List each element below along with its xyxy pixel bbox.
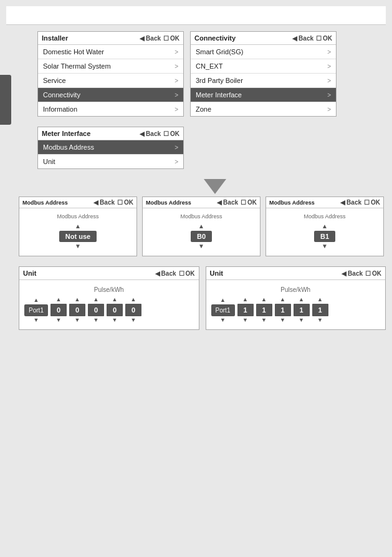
digit-1-0: 0 [50,304,67,316]
digit-col-1-4: ▲ 0 ▼ [125,297,141,323]
back-icon-mb2: ◀ [217,199,222,206]
digit-down-1-3[interactable]: ▼ [112,317,118,323]
modbus-ok-btn-1[interactable]: ☐ OK [117,199,133,206]
modbus-ok-btn-3[interactable]: ☐ OK [364,199,380,206]
installer-title: Installer [42,34,68,42]
connectivity-back-btn[interactable]: ◀ Back [292,35,313,42]
ok-icon-mb2: ☐ [241,199,246,206]
chevron-down-mb3[interactable]: ▼ [271,243,378,249]
installer-back-btn[interactable]: ◀ Back [140,35,161,42]
meter-item-0[interactable]: Modbus Address > [38,140,183,155]
chevron-down-mb1[interactable]: ▼ [24,243,131,249]
digit-up-2-1[interactable]: ▲ [261,297,267,303]
installer-item-4[interactable]: Information > [38,102,183,116]
connectivity-item-0[interactable]: Smart Grid(SG) > [191,45,336,59]
connectivity-item-4[interactable]: Zone > [191,102,336,116]
installer-panel-header: Installer ◀ Back ☐ OK [38,32,183,45]
digit-col-1-1: ▲ 0 ▼ [69,297,85,323]
connectivity-item-1[interactable]: CN_EXT > [191,59,336,74]
digit-down-1-1[interactable]: ▼ [75,317,80,323]
back-icon: ◀ [140,35,145,42]
digit-col-2-2: ▲ 1 ▼ [275,297,291,323]
port-chevron-down-2[interactable]: ▼ [220,317,226,323]
digit-down-2-0[interactable]: ▼ [242,317,248,323]
modbus-title-1: Modbus Address [22,200,68,206]
digit-up-2-3[interactable]: ▲ [299,297,304,303]
back-icon-u1: ◀ [155,270,160,277]
digit-up-1-0[interactable]: ▲ [56,297,62,303]
installer-ok-label: OK [170,35,179,42]
modbus-back-btn-1[interactable]: ◀ Back [93,199,115,206]
top-bar [6,6,386,25]
digit-down-2-2[interactable]: ▼ [280,317,285,323]
installer-item-0[interactable]: Domestic Hot Water > [38,45,183,59]
back-icon-c: ◀ [292,35,297,42]
top-row: Installer ◀ Back ☐ OK Domestic Hot Water… [37,31,386,120]
installer-item-1[interactable]: Solar Thermal System > [38,59,183,74]
installer-ok-btn[interactable]: ☐ OK [163,35,179,42]
port-chevron-down-1[interactable]: ▼ [34,317,39,323]
digit-down-1-2[interactable]: ▼ [93,317,99,323]
installer-panel: Installer ◀ Back ☐ OK Domestic Hot Water… [37,31,184,117]
modbus-panel-2: Modbus Address ◀ Back ☐ OK Modbus Addres… [142,196,261,256]
chevron-down-mb2[interactable]: ▼ [148,243,255,249]
meter-back-btn[interactable]: ◀ Back [140,130,161,137]
port-btn-1[interactable]: Port1 [24,304,48,316]
digit-1-1: 0 [69,304,85,316]
meter-header-btns: ◀ Back ☐ OK [140,130,179,137]
installer-item-2[interactable]: Service > [38,74,183,88]
chevron-icon-c4: > [327,106,331,113]
modbus-row: Modbus Address ◀ Back ☐ OK Modbus Addres… [19,196,386,256]
port-btn-2[interactable]: Port1 [211,304,235,316]
chevron-icon-2: > [174,77,178,84]
port-chevron-up-2[interactable]: ▲ [220,298,226,303]
modbus-header-btns-1: ◀ Back ☐ OK [93,199,133,206]
digit-1-3: 0 [107,304,123,316]
meter-title: Meter Interface [42,130,90,137]
unit-back-btn-1[interactable]: ◀ Back [155,270,176,277]
unit-back-btn-2[interactable]: ◀ Back [342,270,363,277]
digit-down-1-0[interactable]: ▼ [56,317,62,323]
ok-icon: ☐ [163,35,169,42]
digit-up-1-3[interactable]: ▲ [112,297,118,303]
digit-up-1-1[interactable]: ▲ [75,297,80,303]
digit-2-0: 1 [237,304,254,316]
chevron-icon-0: > [174,49,178,56]
modbus-back-btn-3[interactable]: ◀ Back [340,199,361,206]
connectivity-item-3[interactable]: Meter Interface > [191,88,336,102]
digit-up-2-2[interactable]: ▲ [280,297,285,303]
digit-up-1-4[interactable]: ▲ [131,297,136,303]
modbus-back-btn-2[interactable]: ◀ Back [217,199,238,206]
modbus-header-btns-3: ◀ Back ☐ OK [340,199,380,206]
port-chevron-up-1[interactable]: ▲ [34,298,39,303]
digit-down-2-1[interactable]: ▼ [261,317,267,323]
chevron-up-mb1[interactable]: ▲ [24,223,131,230]
connectivity-item-2[interactable]: 3rd Party Boiler > [191,74,336,88]
meter-item-1[interactable]: Unit > [38,155,183,168]
modbus-header-2: Modbus Address ◀ Back ☐ OK [143,197,260,208]
connectivity-header-btns: ◀ Back ☐ OK [292,35,332,42]
connectivity-ok-btn[interactable]: ☐ OK [316,35,332,42]
unit-ok-btn-2[interactable]: ☐ OK [365,270,381,277]
back-icon-m: ◀ [140,130,145,137]
installer-back-label: Back [146,35,161,42]
installer-item-3[interactable]: Connectivity > [38,88,183,102]
digit-down-2-3[interactable]: ▼ [299,317,304,323]
digit-down-2-4[interactable]: ▼ [317,317,323,323]
modbus-title-2: Modbus Address [146,200,191,206]
chevron-up-mb3[interactable]: ▲ [271,223,378,230]
digit-down-1-4[interactable]: ▼ [131,317,136,323]
digit-up-2-4[interactable]: ▲ [317,297,323,303]
connectivity-back-label: Back [299,35,313,42]
chevron-up-mb2[interactable]: ▲ [148,223,255,230]
digit-up-2-0[interactable]: ▲ [242,297,248,303]
port-col-1: ▲ Port1 ▼ [24,298,48,323]
modbus-body-3: Modbus Address ▲ B1 ▼ [266,208,383,256]
ok-icon-c: ☐ [316,35,322,42]
modbus-ok-btn-2[interactable]: ☐ OK [241,199,257,206]
modbus-header-btns-2: ◀ Back ☐ OK [217,199,257,206]
meter-ok-btn[interactable]: ☐ OK [163,130,179,137]
digit-2-3: 1 [294,304,310,316]
digit-up-1-2[interactable]: ▲ [93,297,99,303]
unit-ok-btn-1[interactable]: ☐ OK [179,270,195,277]
